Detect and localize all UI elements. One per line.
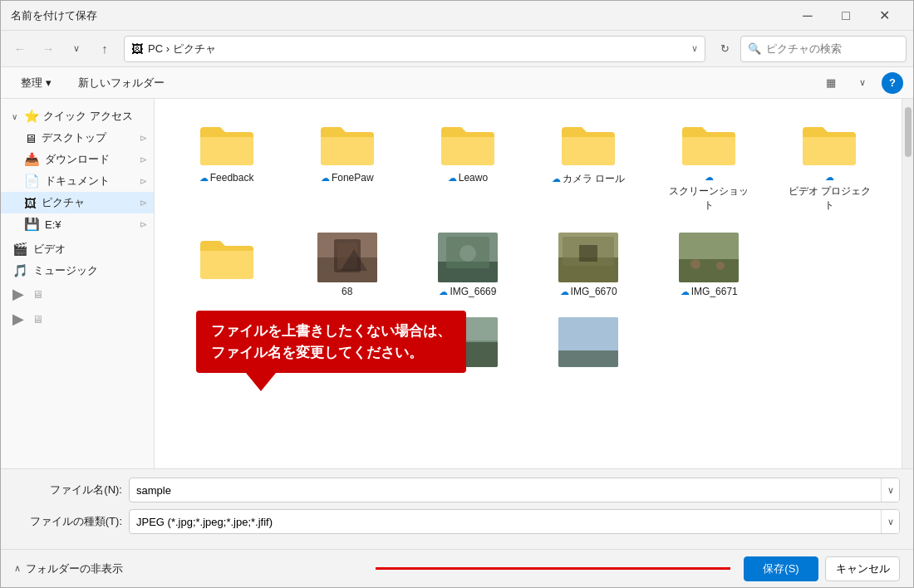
folder-screenshot-icon [679,119,739,169]
view-toggle-button[interactable]: ▦ [818,71,843,95]
back-button[interactable]: ← [7,37,32,61]
filetype-input[interactable] [130,510,881,533]
svg-rect-26 [558,350,618,367]
title-bar: 名前を付けて保存 ─ □ ✕ [1,1,913,31]
filename-input[interactable] [130,478,881,502]
sidebar-item-collapsed2[interactable]: ▶ 🖥 [1,306,154,331]
cloud-icon-5: ☁ [705,172,714,183]
photo-img6671[interactable]: ☁ IMG_6671 [651,226,768,304]
photo-img6671-label: ☁ IMG_6671 [681,286,738,297]
folder-video-project[interactable]: ☁ ビデオ プロジェクト [771,112,888,219]
toolbar: ← → ∨ ↑ 🖼 PC › ピクチャ ∨ ↻ 🔍 [1,31,913,67]
folder-extra[interactable] [168,226,285,304]
folder-screenshot-label: ☁ スクリーンショット [667,172,750,213]
pictures-icon: 🖼 [24,196,37,210]
photo-68[interactable]: 68 [288,226,405,304]
sidebar-item-documents[interactable]: 📄 ドキュメント ⊳ [1,170,154,192]
quick-access-label: クイック アクセス [43,109,133,124]
folder-screenshot[interactable]: ☁ スクリーンショット [651,112,768,219]
file-area: ファイルを上書きしたくない場合は、ファイル名を変更してください。 [155,99,902,468]
collapsed-section-1-icon: 🖥 [32,288,43,301]
cloud-icon: ☁ [199,173,209,184]
save-button[interactable]: 保存(S) [744,556,818,581]
folder-fonepaw-icon [317,119,377,169]
filetype-row: ファイルの種類(T): ∨ [14,509,900,534]
folder-camera-roll[interactable]: ☁ カメラ ロール [530,112,647,219]
svg-rect-14 [679,259,739,282]
svg-point-16 [716,262,725,270]
photo-img6670[interactable]: ☁ IMG_6670 [530,226,647,304]
photo-img6669[interactable]: ☁ IMG_6669 [409,226,526,304]
cloud-icon-7: ☁ [439,287,448,297]
minimize-button[interactable]: ─ [789,1,827,31]
sidebar-item-pictures-label: ピクチャ [42,195,85,210]
cloud-icon-8: ☁ [560,287,569,297]
filetype-dropdown-button[interactable]: ∨ [881,510,899,533]
folder-leawo[interactable]: ☁ Leawo [409,112,526,219]
folder-fonepaw-label: ☁ FonePaw [321,172,374,184]
sidebar-item-collapsed1[interactable]: ▶ 🖥 [1,282,154,306]
folder-video-project-label: ☁ ビデオ プロジェクト [788,172,871,213]
organize-button[interactable]: 整理 ▾ [11,71,61,95]
footer-expand-icon: ∧ [14,563,21,574]
downloads-pin-icon: ⊳ [140,154,147,165]
scrollbar-thumb[interactable] [905,107,912,157]
tooltip-arrow [246,373,276,391]
scrollbar-track[interactable] [902,99,913,468]
collapsed-section-2-icon: 🖥 [32,313,43,326]
drive-icon: 💾 [24,217,40,232]
video-icon: 🎬 [12,242,28,257]
cancel-button[interactable]: キャンセル [825,556,900,581]
title-bar-text: 名前を付けて保存 [11,8,789,23]
close-button[interactable]: ✕ [865,1,903,31]
photo-extra-3-thumb [558,317,618,367]
sidebar-item-desktop-label: デスクトップ [42,130,106,145]
folder-camera-roll-label: ☁ カメラ ロール [552,172,625,186]
sidebar-item-desktop[interactable]: 🖥 デスクトップ ⊳ [1,127,154,149]
sidebar-item-documents-label: ドキュメント [45,174,110,189]
documents-icon: 📄 [24,174,40,189]
search-bar: 🔍 [740,36,907,62]
refresh-button[interactable]: ↻ [712,37,737,61]
svg-point-15 [690,259,700,269]
svg-rect-25 [558,317,618,350]
search-input[interactable] [766,42,899,55]
folder-feedback-icon [197,119,257,169]
view-icon: ▦ [826,76,836,89]
view-options-button[interactable]: ∨ [850,71,875,95]
footer-left: ∧ フォルダーの非表示 [14,561,369,576]
sidebar-item-drive-label: E:¥ [45,218,61,231]
title-bar-controls: ─ □ ✕ [789,1,903,31]
forward-button[interactable]: → [36,37,61,61]
photo-img6671-thumb [679,233,739,282]
help-button[interactable]: ? [882,72,903,94]
sidebar-item-video[interactable]: 🎬 ビデオ [1,238,154,260]
quick-access-header[interactable]: ∨ ⭐ クイック アクセス [1,105,154,127]
up-button[interactable]: ↑ [92,37,117,61]
sidebar-item-drive[interactable]: 💾 E:¥ ⊳ [1,213,154,235]
address-dropdown-icon[interactable]: ∨ [691,43,698,54]
folder-extra-icon [197,233,257,282]
pictures-pin-icon: ⊳ [140,198,147,208]
folder-feedback[interactable]: ☁ Feedback [168,112,285,219]
photo-68-label: 68 [342,286,352,297]
quick-access-section: ∨ ⭐ クイック アクセス 🖥 デスクトップ ⊳ 📥 ダウンロード ⊳ 📄 ドキ… [1,105,154,235]
cloud-icon-9: ☁ [681,287,690,297]
dropdown-button[interactable]: ∨ [64,37,89,61]
address-bar[interactable]: 🖼 PC › ピクチャ ∨ [124,36,705,62]
documents-pin-icon: ⊳ [140,176,147,187]
quick-access-icon: ⭐ [24,109,40,124]
folder-fonepaw[interactable]: ☁ FonePaw [288,112,405,219]
filename-dropdown-button[interactable]: ∨ [881,478,899,502]
sidebar-item-downloads[interactable]: 📥 ダウンロード ⊳ [1,149,154,170]
photo-extra-3[interactable] [530,311,647,377]
new-folder-button[interactable]: 新しいフォルダー [68,71,174,95]
maximize-button[interactable]: □ [827,1,865,31]
filename-row: ファイル名(N): ∨ [14,478,900,502]
sidebar-item-music[interactable]: 🎵 ミュージック [1,260,154,282]
svg-point-8 [459,245,476,262]
cloud-icon-2: ☁ [321,173,330,184]
sidebar-item-pictures[interactable]: 🖼 ピクチャ ⊳ [1,192,154,213]
photo-68-thumb [317,233,377,282]
tooltip-box: ファイルを上書きしたくない場合は、ファイル名を変更してください。 [196,311,466,373]
